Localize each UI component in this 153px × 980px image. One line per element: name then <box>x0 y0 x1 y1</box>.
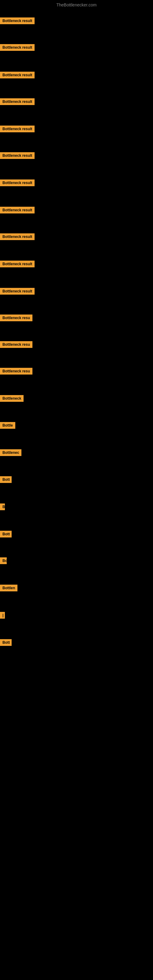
bottleneck-badge-16: Bottle <box>0 422 15 429</box>
bottleneck-badge-20: Bott <box>0 531 12 538</box>
bottleneck-badge-10: Bottleneck result <box>0 261 35 267</box>
bottleneck-badge-23: | <box>0 612 5 619</box>
bottleneck-badge-14: Bottleneck resu <box>0 368 32 375</box>
bottleneck-badge-12: Bottleneck resu <box>0 315 32 321</box>
bottleneck-badge-7: Bottleneck result <box>0 180 35 186</box>
bottleneck-badge-13: Bottleneck resu <box>0 341 32 348</box>
bottleneck-badge-4: Bottleneck result <box>0 98 35 105</box>
bottleneck-badge-24: Bott <box>0 639 12 646</box>
bottleneck-badge-3: Bottleneck result <box>0 72 35 78</box>
bottleneck-badge-1: Bottleneck result <box>0 18 35 24</box>
bottleneck-badge-9: Bottleneck result <box>0 233 35 240</box>
bottleneck-badge-6: Bottleneck result <box>0 152 35 159</box>
bottleneck-badge-15: Bottleneck <box>0 395 24 402</box>
bottleneck-badge-22: Bottlen <box>0 585 18 591</box>
bottleneck-badge-8: Bottleneck result <box>0 207 35 213</box>
bottleneck-badge-18: Bott <box>0 476 12 483</box>
bottleneck-badge-2: Bottleneck result <box>0 44 35 51</box>
bottleneck-badge-21: Bo <box>0 557 7 564</box>
bottleneck-badge-17: Bottlenec <box>0 449 21 456</box>
bottleneck-badge-19: B <box>0 503 5 510</box>
bottleneck-badge-11: Bottleneck result <box>0 288 35 294</box>
bottleneck-badge-5: Bottleneck result <box>0 126 35 132</box>
